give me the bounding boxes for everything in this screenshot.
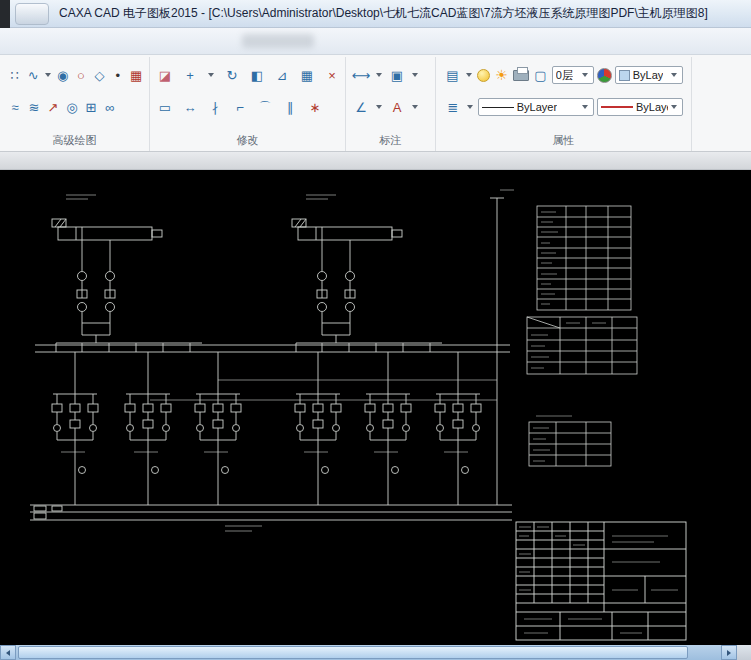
valve-cluster xyxy=(125,352,171,505)
scrollbar-track[interactable] xyxy=(16,645,721,660)
advanced-draw-icons: ∷∿◉○◇•▦≈≋↗◎⊞∞ xyxy=(0,57,149,133)
circle-tool-icon[interactable]: ○ xyxy=(72,65,89,85)
arrow-icon[interactable]: ↗ xyxy=(44,97,62,117)
layers-icon[interactable]: ▢ xyxy=(532,65,549,85)
horizontal-scrollbar[interactable] xyxy=(0,645,751,660)
linetype-combo[interactable]: ByLayer xyxy=(478,98,594,116)
text-annotation-dropdown-icon[interactable] xyxy=(412,105,418,109)
drawing-canvas[interactable] xyxy=(0,170,751,645)
linetype-combo-dropdown-icon[interactable] xyxy=(582,105,588,109)
explode-icon[interactable]: ∗ xyxy=(306,97,324,117)
printer-icon[interactable] xyxy=(513,70,529,81)
lineweight-combo-dropdown-icon[interactable] xyxy=(671,105,677,109)
mirror-icon[interactable]: ◧ xyxy=(248,65,266,85)
spline-icon[interactable]: ∿ xyxy=(24,65,41,85)
equidistance-line-icon[interactable]: ∷ xyxy=(6,65,23,85)
ribbon: ∷∿◉○◇•▦≈≋↗◎⊞∞ 高级绘图 ◪+↻◧⊿▦×▭↔∤⌐⌒∥∗ 修改 ⟷▣∠… xyxy=(0,55,751,152)
icon-row: ∠A xyxy=(350,91,431,123)
document-bar xyxy=(0,152,751,170)
color-dropdown-icon[interactable] xyxy=(671,73,677,77)
ribbon-filler xyxy=(692,57,751,151)
title-bar: CAXA CAD 电子图板2015 - [C:\Users\Administra… xyxy=(0,0,751,28)
group-label-dimension: 标注 xyxy=(346,133,435,151)
linetype-icon[interactable]: ≣ xyxy=(444,97,462,117)
group-label-modify: 修改 xyxy=(150,133,345,151)
move-dropdown-icon[interactable] xyxy=(208,73,214,77)
valve-cluster xyxy=(295,352,341,505)
array-icon[interactable]: ▦ xyxy=(298,65,316,85)
dimension-icons: ⟷▣∠A xyxy=(346,57,435,133)
parameter-table-2 xyxy=(527,317,637,374)
group-label-advanced-draw: 高级绘图 xyxy=(0,133,149,151)
offset-icon[interactable]: ∥ xyxy=(281,97,299,117)
resize-grip[interactable] xyxy=(737,645,751,660)
ribbon-group-properties: ▤ ☀ ▢ 0层 ByLay xyxy=(436,57,692,151)
chamfer-icon[interactable]: ⌐ xyxy=(231,97,249,117)
lineweight-value: ByLaye xyxy=(636,101,668,113)
properties-row-2: ≣ ByLayer ByLaye xyxy=(440,91,687,123)
insert-table-icon[interactable]: ▦ xyxy=(128,65,145,85)
gear-icon[interactable]: ◎ xyxy=(63,97,81,117)
parts-library-icon[interactable]: ⊞ xyxy=(82,97,100,117)
hydraulic-circuit-left xyxy=(52,195,202,352)
fillet-icon[interactable]: ⌒ xyxy=(256,97,274,117)
scale-icon[interactable]: ⊿ xyxy=(273,65,291,85)
app-menu-button[interactable] xyxy=(15,3,49,25)
layer-combo[interactable]: 0层 xyxy=(552,66,594,84)
point-icon[interactable]: • xyxy=(109,65,126,85)
view-dimension-dropdown-icon[interactable] xyxy=(412,73,418,77)
properties-sheet-dropdown-icon[interactable] xyxy=(466,73,472,77)
ribbon-tab-strip xyxy=(0,28,751,55)
scroll-right-button[interactable] xyxy=(721,645,737,660)
layer-dropdown-icon[interactable] xyxy=(582,73,588,77)
linetype-dropdown-icon[interactable] xyxy=(467,105,473,109)
valve-cluster xyxy=(365,352,411,505)
lineweight-combo[interactable]: ByLaye xyxy=(597,98,683,116)
polygon-icon[interactable]: ◇ xyxy=(91,65,108,85)
linetype-sample xyxy=(482,107,514,108)
view-dimension-icon[interactable]: ▣ xyxy=(388,65,406,85)
lightbulb-layer-icon[interactable] xyxy=(477,69,490,82)
parameter-table-3 xyxy=(529,416,611,466)
ribbon-group-dimension: ⟷▣∠A 标注 xyxy=(346,57,436,151)
valve-cluster xyxy=(52,352,98,505)
ribbon-group-advanced-draw: ∷∿◉○◇•▦≈≋↗◎⊞∞ 高级绘图 xyxy=(0,57,150,151)
valve-cluster xyxy=(195,352,241,505)
corner-decoration xyxy=(0,0,10,28)
linear-dimension-dropdown-icon[interactable] xyxy=(376,73,382,77)
pressure-bus-lines xyxy=(30,190,514,531)
icon-row: ⟷▣ xyxy=(350,59,431,91)
icon-row: ▭↔∤⌐⌒∥∗ xyxy=(154,91,341,123)
caxa-cad-window: CAXA CAD 电子图板2015 - [C:\Users\Administra… xyxy=(0,0,751,660)
properties-row-1: ▤ ☀ ▢ 0层 ByLay xyxy=(440,59,687,91)
text-annotation-icon[interactable]: A xyxy=(388,97,406,117)
wave-line-icon[interactable]: ≈ xyxy=(6,97,24,117)
angle-dimension-icon[interactable]: ∠ xyxy=(352,97,370,117)
color-wheel-icon[interactable] xyxy=(597,68,612,83)
color-value: ByLay xyxy=(633,69,664,81)
double-fold-line-icon[interactable]: ≋ xyxy=(25,97,43,117)
stretch-icon[interactable]: ↔ xyxy=(181,97,199,117)
linear-dimension-icon[interactable]: ⟷ xyxy=(352,65,370,85)
sun-brightness-icon[interactable]: ☀ xyxy=(493,65,510,85)
eye-icon[interactable]: ◉ xyxy=(54,65,71,85)
chain-link-icon[interactable]: ∞ xyxy=(101,97,119,117)
move-icon[interactable]: + xyxy=(181,65,199,85)
scroll-left-button[interactable] xyxy=(0,645,16,660)
properties-rows: ▤ ☀ ▢ 0层 ByLay xyxy=(436,57,691,133)
icon-row: ∷∿◉○◇•▦ xyxy=(4,59,145,91)
linetype-value: ByLayer xyxy=(517,101,557,113)
title-block xyxy=(516,522,686,640)
erase-icon[interactable]: ◪ xyxy=(156,65,174,85)
spline-dropdown-icon[interactable] xyxy=(45,73,51,77)
angle-dimension-dropdown-icon[interactable] xyxy=(376,105,382,109)
rectangle-edit-icon[interactable]: ▭ xyxy=(156,97,174,117)
valve-cluster xyxy=(435,352,481,505)
group-label-properties: 属性 xyxy=(436,133,691,151)
properties-sheet-icon[interactable]: ▤ xyxy=(444,65,461,85)
trim-icon[interactable]: × xyxy=(323,65,341,85)
color-combo[interactable]: ByLay xyxy=(615,66,683,84)
rotate-icon[interactable]: ↻ xyxy=(223,65,241,85)
break-icon[interactable]: ∤ xyxy=(206,97,224,117)
scrollbar-thumb[interactable] xyxy=(18,646,688,659)
